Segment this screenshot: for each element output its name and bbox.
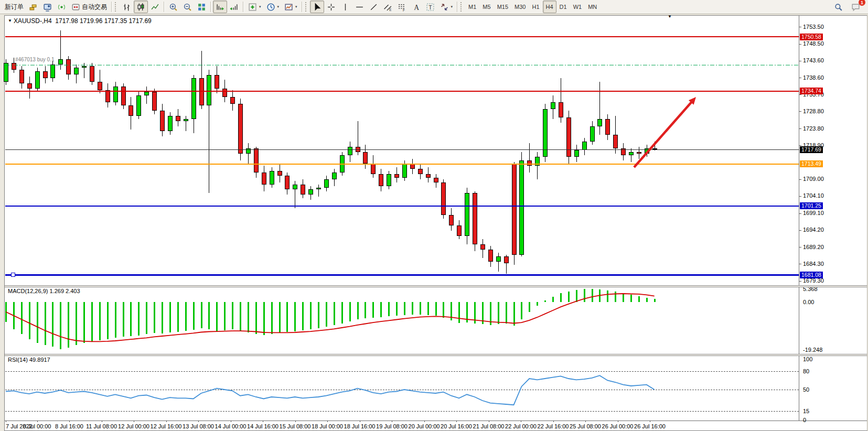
- candle-wick: [537, 152, 538, 179]
- time-tick: [102, 421, 102, 422]
- templates-button[interactable]: ▾: [282, 1, 300, 13]
- candle: [152, 92, 157, 111]
- candle: [559, 102, 563, 117]
- time-tick: [37, 421, 38, 422]
- hline-icon: [355, 3, 364, 12]
- autotrading-button[interactable]: 自动交易: [69, 1, 110, 13]
- signals-icon: [57, 3, 66, 12]
- chevron-down-icon[interactable]: ▾: [259, 5, 261, 9]
- tf-h1[interactable]: H1: [529, 1, 542, 13]
- macd-histogram-bar: [482, 302, 484, 324]
- chevron-down-icon[interactable]: ▾: [451, 5, 453, 9]
- tf-d1[interactable]: D1: [556, 1, 570, 13]
- price-level-line[interactable]: [5, 36, 799, 37]
- mt4-terminal: 新订单自动交易▾▾▾EFAT▾M1M5M15M30H1H4D1W1MN1 ▼XA…: [0, 0, 868, 431]
- trend-arrow-line[interactable]: [634, 101, 692, 167]
- signals-button[interactable]: [55, 1, 69, 13]
- open-position-label[interactable]: #467013 buy 0.1: [15, 57, 55, 62]
- chart-shift-button[interactable]: [227, 1, 241, 13]
- arrows-button[interactable]: ▾: [437, 1, 456, 13]
- auto-scroll-button[interactable]: [213, 1, 227, 13]
- time-tick-label: 26 Jul 00:00: [602, 423, 634, 429]
- svg-text:F: F: [403, 8, 405, 12]
- fibo-button[interactable]: F: [395, 1, 409, 13]
- macd-histogram-bar: [154, 302, 155, 333]
- chart-window[interactable]: ▼XAUUSD-,H4 1717.98 1719.96 1717.35 1717…: [4, 15, 867, 431]
- price-level-line[interactable]: [5, 91, 799, 92]
- pane-splitter[interactable]: [5, 354, 867, 356]
- autotrading-icon: [71, 3, 80, 12]
- zoom-in-button[interactable]: [166, 1, 180, 13]
- hline-button[interactable]: [352, 1, 367, 13]
- label-button[interactable]: T: [423, 1, 437, 13]
- tile-windows-button[interactable]: [195, 1, 209, 13]
- candle: [551, 102, 555, 109]
- time-tick: [650, 421, 650, 422]
- crosshair-button[interactable]: [324, 1, 338, 13]
- tf-m5[interactable]: M5: [479, 1, 494, 13]
- trendline-button[interactable]: [367, 1, 381, 13]
- macd-histogram-bar: [21, 302, 23, 334]
- tf-m30[interactable]: M30: [511, 1, 529, 13]
- price-badge: 1701.25: [800, 202, 823, 209]
- price-level-line[interactable]: [5, 149, 799, 150]
- macd-histogram-bar: [37, 302, 38, 343]
- candle: [238, 104, 243, 154]
- text-button[interactable]: A: [409, 1, 423, 13]
- vline-button[interactable]: [338, 1, 352, 13]
- macd-histogram-bar: [29, 302, 30, 339]
- line-drag-handle[interactable]: [11, 273, 15, 277]
- gold-button[interactable]: [26, 1, 40, 13]
- candle-chart-button[interactable]: [134, 1, 148, 13]
- candle: [222, 89, 227, 97]
- zoom-out-button[interactable]: [180, 1, 195, 13]
- macd-histogram-bar: [544, 300, 546, 302]
- macd-histogram-bar: [592, 289, 593, 302]
- trend-arrow-head[interactable]: [689, 97, 696, 105]
- line-chart-button[interactable]: [148, 1, 162, 13]
- tf-m15[interactable]: M15: [494, 1, 511, 13]
- macd-histogram-bar: [506, 302, 507, 324]
- macd-histogram-bar: [255, 302, 257, 334]
- price-level-line[interactable]: [5, 274, 799, 276]
- rsi-label: RSI(14) 49.8917: [8, 357, 50, 363]
- symbol-collapse-icon[interactable]: ▼: [8, 18, 12, 23]
- new-order-button-label: 新订单: [5, 3, 24, 12]
- macd-histogram-bar: [240, 302, 241, 331]
- cursor-button[interactable]: [310, 1, 324, 13]
- templates-icon: [284, 3, 293, 12]
- time-tick-label: 21 Jul 08:00: [473, 423, 505, 429]
- candle: [254, 148, 259, 173]
- tf-mn[interactable]: MN: [585, 1, 600, 13]
- chevron-down-icon[interactable]: ▾: [277, 5, 280, 9]
- tf-h4[interactable]: H4: [543, 1, 556, 13]
- ohlc-values: 1717.98 1719.96 1717.35 1717.69: [55, 17, 152, 25]
- price-level-line[interactable]: [5, 206, 799, 207]
- candle: [105, 90, 110, 102]
- time-tick: [6, 421, 6, 422]
- price-level-line[interactable]: [5, 164, 799, 165]
- tf-mn-label: MN: [588, 4, 597, 10]
- new-order-button[interactable]: 新订单: [2, 1, 26, 13]
- toolbar-drag-handle[interactable]: [115, 2, 117, 12]
- candle: [184, 119, 188, 121]
- toolbar-drag-handle[interactable]: [460, 2, 463, 12]
- chevron-down-icon[interactable]: ▾: [295, 5, 297, 9]
- price-tick-label: 1753.50: [803, 24, 824, 30]
- pane-splitter[interactable]: [5, 285, 867, 287]
- search-button[interactable]: [831, 1, 845, 13]
- macd-histogram-bar: [615, 292, 616, 302]
- bar-chart-button[interactable]: [120, 1, 134, 13]
- tf-w1[interactable]: W1: [570, 1, 585, 13]
- time-tick-label: 19 Jul 08:00: [376, 423, 408, 429]
- price-badge: 1713.49: [800, 160, 823, 167]
- tf-m1[interactable]: M1: [465, 1, 479, 13]
- candle: [480, 244, 485, 250]
- channel-button[interactable]: E: [381, 1, 395, 13]
- rsi-axis-label: 0: [803, 417, 806, 423]
- notifications-button[interactable]: 1: [849, 1, 863, 13]
- metaeditor-button[interactable]: [40, 1, 55, 13]
- indicators-button[interactable]: ▾: [245, 1, 264, 13]
- periods-button[interactable]: ▾: [264, 1, 282, 13]
- toolbar-drag-handle[interactable]: [305, 2, 308, 12]
